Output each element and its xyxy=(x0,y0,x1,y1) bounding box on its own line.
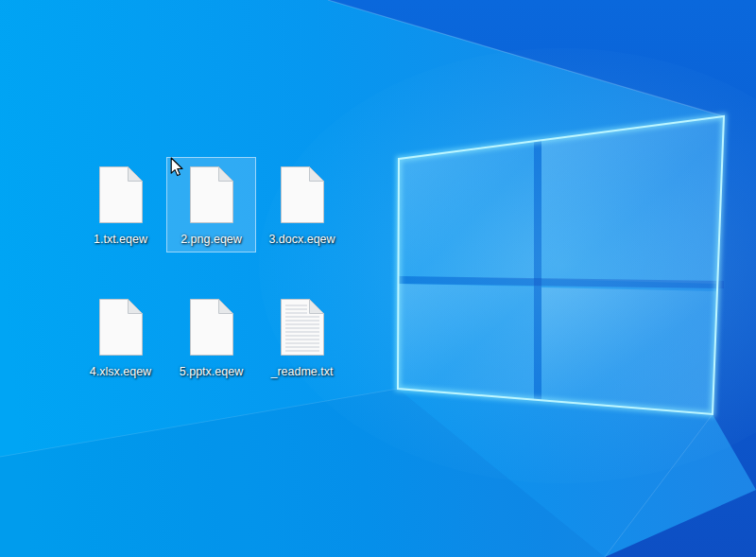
windows-logo xyxy=(398,116,724,414)
desktop-icon-_readme.txt[interactable]: _readme.txt xyxy=(257,289,347,385)
desktop-icon-label: 5.pptx.eqew xyxy=(180,365,243,379)
logo-pane-top-right xyxy=(541,116,724,284)
blank-file-icon xyxy=(98,298,144,357)
blank-file-icon xyxy=(189,165,234,224)
blank-file-icon xyxy=(98,165,144,224)
logo-pane-bottom-left xyxy=(398,284,534,400)
logo-cross-vertical xyxy=(534,140,541,401)
logo-pane-top-left xyxy=(399,141,534,279)
desktop-icon-1.txt.eqew[interactable]: 1.txt.eqew xyxy=(76,157,165,252)
desktop-icon-grid: 1.txt.eqew 2.png.eqew 3.docx.eqew 4.xlsx… xyxy=(76,157,348,422)
desktop-icon-4.xlsx.eqew[interactable]: 4.xlsx.eqew xyxy=(76,289,165,385)
logo-pane-bottom-right xyxy=(541,287,717,414)
desktop-icon-2.png.eqew[interactable]: 2.png.eqew xyxy=(166,157,256,252)
desktop-icon-label: _readme.txt xyxy=(270,365,333,379)
blank-file-icon xyxy=(189,298,234,357)
desktop-surface[interactable]: 1.txt.eqew 2.png.eqew 3.docx.eqew 4.xlsx… xyxy=(0,0,756,557)
desktop-icon-label: 3.docx.eqew xyxy=(268,233,335,247)
desktop-icon-label: 2.png.eqew xyxy=(180,233,242,247)
desktop-icon-5.pptx.eqew[interactable]: 5.pptx.eqew xyxy=(166,289,256,385)
desktop-icon-label: 4.xlsx.eqew xyxy=(90,365,151,379)
desktop-icon-3.docx.eqew[interactable]: 3.docx.eqew xyxy=(257,157,347,252)
desktop-icon-label: 1.txt.eqew xyxy=(94,233,147,247)
blank-file-icon xyxy=(280,165,325,224)
text-file-icon xyxy=(280,298,325,357)
